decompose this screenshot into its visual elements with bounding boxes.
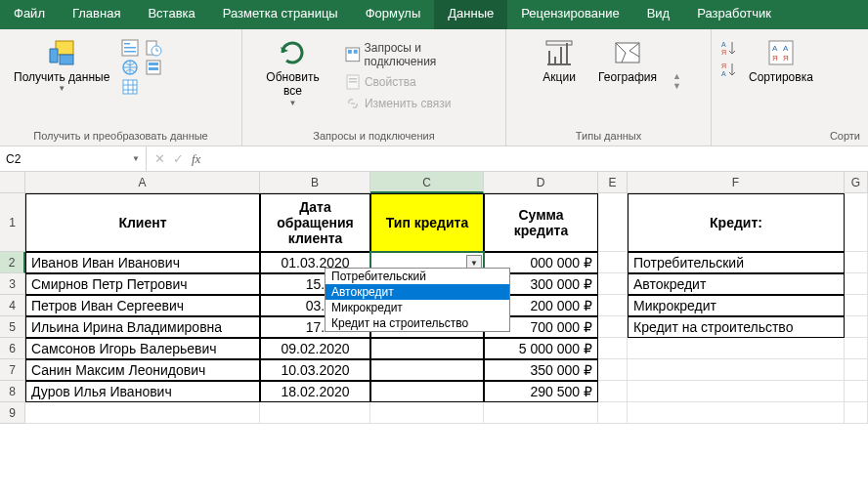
cell-F5[interactable]: Кредит на строительство: [628, 316, 845, 338]
refresh-all-button[interactable]: Обновить все ▼: [250, 33, 335, 111]
menu-tab-6[interactable]: Рецензирование: [507, 0, 632, 29]
cell-E1[interactable]: [598, 193, 628, 252]
cell-B1[interactable]: Дата обращения клиента: [260, 193, 370, 252]
cell-E2[interactable]: [598, 252, 628, 273]
formula-input[interactable]: [208, 146, 868, 171]
cell-C6[interactable]: [370, 338, 484, 359]
row-header-9[interactable]: 9: [0, 402, 25, 424]
cell-F9[interactable]: [628, 402, 845, 424]
menu-tab-8[interactable]: Разработчик: [683, 0, 785, 29]
row-header-3[interactable]: 3: [0, 273, 25, 295]
select-all-corner[interactable]: [0, 172, 25, 193]
col-header-F[interactable]: F: [628, 172, 845, 193]
col-header-C[interactable]: C: [370, 172, 484, 193]
cell-C1[interactable]: Тип кредита: [370, 193, 484, 252]
cell-A5[interactable]: Ильина Ирина Владимировна: [25, 316, 260, 338]
menu-tab-4[interactable]: Формулы: [352, 0, 435, 29]
menu-tab-7[interactable]: Вид: [633, 0, 684, 29]
row-header-5[interactable]: 5: [0, 316, 25, 338]
cell-A7[interactable]: Санин Максим Леонидович: [25, 359, 260, 381]
cell-F2[interactable]: Потребительский: [628, 252, 845, 273]
dropdown-option[interactable]: Автокредит: [326, 284, 509, 300]
spreadsheet[interactable]: ABCDEFG 1КлиентДата обращения клиентаТип…: [0, 172, 868, 424]
cell-E3[interactable]: [598, 273, 628, 295]
get-data-button[interactable]: Получить данные ▼: [8, 33, 115, 97]
from-table-icon[interactable]: [121, 78, 139, 96]
row-header-6[interactable]: 6: [0, 338, 25, 359]
cancel-icon[interactable]: ✕: [154, 151, 165, 166]
col-header-D[interactable]: D: [484, 172, 598, 193]
cell-D6[interactable]: 5 000 000 ₽: [484, 338, 598, 359]
nav-down-icon[interactable]: ▼: [673, 81, 681, 91]
cell-G3[interactable]: [845, 273, 868, 295]
cell-D9[interactable]: [484, 402, 598, 424]
menu-tab-1[interactable]: Главная: [59, 0, 134, 29]
cell-E7[interactable]: [598, 359, 628, 381]
menu-tab-2[interactable]: Вставка: [134, 0, 208, 29]
cell-G4[interactable]: [845, 295, 868, 316]
cell-D8[interactable]: 290 500 ₽: [484, 381, 598, 402]
cell-C8[interactable]: [370, 381, 484, 402]
cell-A1[interactable]: Клиент: [25, 193, 260, 252]
menu-tab-3[interactable]: Разметка страницы: [209, 0, 352, 29]
cell-A8[interactable]: Дуров Илья Иванович: [25, 381, 260, 402]
stocks-button[interactable]: Акции: [532, 33, 586, 88]
cell-B8[interactable]: 18.02.2020: [260, 381, 370, 402]
cell-B7[interactable]: 10.03.2020: [260, 359, 370, 381]
cell-E5[interactable]: [598, 316, 628, 338]
cell-B6[interactable]: 09.02.2020: [260, 338, 370, 359]
cell-G6[interactable]: [845, 338, 868, 359]
cell-E4[interactable]: [598, 295, 628, 316]
sort-za-icon[interactable]: ЯА: [719, 61, 737, 78]
menu-tab-5[interactable]: Данные: [434, 0, 507, 29]
menu-tab-0[interactable]: Файл: [0, 0, 59, 29]
fx-icon[interactable]: fx: [192, 151, 200, 167]
cell-G9[interactable]: [845, 402, 868, 424]
cell-A2[interactable]: Иванов Иван Иванович: [25, 252, 260, 273]
cell-F7[interactable]: [628, 359, 845, 381]
cell-C7[interactable]: [370, 359, 484, 381]
queries-conn-button[interactable]: Запросы и подключения: [341, 39, 498, 70]
cell-G7[interactable]: [845, 359, 868, 381]
cell-F3[interactable]: Автокредит: [628, 273, 845, 295]
cell-G5[interactable]: [845, 316, 868, 338]
row-header-2[interactable]: 2: [0, 252, 25, 273]
cell-F6[interactable]: [628, 338, 845, 359]
row-header-4[interactable]: 4: [0, 295, 25, 316]
cell-F8[interactable]: [628, 381, 845, 402]
col-header-E[interactable]: E: [598, 172, 628, 193]
nav-up-icon[interactable]: ▲: [673, 71, 681, 81]
cell-F1[interactable]: Кредит:: [628, 193, 845, 252]
cell-G8[interactable]: [845, 381, 868, 402]
dropdown-option[interactable]: Потребительский: [326, 269, 509, 284]
validation-dropdown[interactable]: ПотребительскийАвтокредитМикрокредитКред…: [325, 268, 510, 332]
enter-icon[interactable]: ✓: [173, 151, 184, 166]
existing-conn-icon[interactable]: [145, 59, 162, 76]
sort-az-icon[interactable]: АЯ: [719, 39, 737, 57]
cell-G1[interactable]: [845, 193, 868, 252]
row-header-8[interactable]: 8: [0, 381, 25, 402]
col-header-G[interactable]: G: [845, 172, 868, 193]
cell-D7[interactable]: 350 000 ₽: [484, 359, 598, 381]
cell-A6[interactable]: Самсонов Игорь Валерьевич: [25, 338, 260, 359]
sort-button[interactable]: АЯАЯ Сортировка: [743, 33, 819, 88]
cell-A9[interactable]: [25, 402, 260, 424]
cell-A3[interactable]: Смирнов Петр Петрович: [25, 273, 260, 295]
from-web-icon[interactable]: [121, 59, 139, 76]
cell-A4[interactable]: Петров Иван Сергеевич: [25, 295, 260, 316]
cell-D1[interactable]: Сумма кредита: [484, 193, 598, 252]
recent-icon[interactable]: [145, 39, 162, 57]
dropdown-option[interactable]: Кредит на строительство: [326, 315, 509, 331]
col-header-B[interactable]: B: [260, 172, 370, 193]
row-header-1[interactable]: 1: [0, 193, 25, 252]
row-header-7[interactable]: 7: [0, 359, 25, 381]
from-text-icon[interactable]: [121, 39, 139, 57]
dropdown-option[interactable]: Микрокредит: [326, 300, 509, 315]
cell-B9[interactable]: [260, 402, 370, 424]
cell-G2[interactable]: [845, 252, 868, 273]
cell-E6[interactable]: [598, 338, 628, 359]
cell-F4[interactable]: Микрокредит: [628, 295, 845, 316]
col-header-A[interactable]: A: [25, 172, 260, 193]
name-box[interactable]: C2 ▼: [0, 146, 147, 171]
cell-E8[interactable]: [598, 381, 628, 402]
